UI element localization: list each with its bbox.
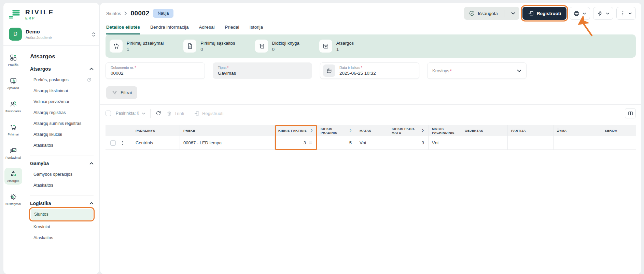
type-field[interactable]: Tipas* Gavimas — [213, 62, 312, 79]
row-checkbox[interactable] — [110, 140, 116, 146]
datetime-field[interactable]: Data ir laikas* 2025-06-25 10:32 — [320, 62, 419, 79]
stat-didzioji-knyga[interactable]: Didžioji knyga 0 — [255, 40, 299, 53]
column-header-partija[interactable]: PARTIJA — [508, 125, 554, 136]
cargo-select[interactable]: Krovinys* — [427, 62, 527, 79]
module-rail: Pradžia Apskaita Personalas — [3, 46, 23, 274]
saved-button[interactable]: Išsaugota — [464, 7, 519, 20]
column-settings-button[interactable] — [625, 108, 636, 118]
more-menu-button[interactable] — [616, 7, 636, 20]
cell-padalinys[interactable]: Centrinis — [132, 136, 180, 150]
sidebar-item-atsargu-tikslinimai[interactable]: Atsargų tikslinimai — [30, 85, 94, 96]
cell-preke[interactable]: 00067 - LED lempa — [180, 136, 275, 150]
cell-zyma[interactable] — [554, 136, 601, 150]
funnel-icon — [112, 90, 117, 96]
print-button[interactable] — [570, 7, 590, 20]
rail-item-pradzia[interactable]: Pradžia — [4, 52, 22, 69]
sidebar-item-ataskaitos-logistika[interactable]: Ataskaitos — [30, 232, 94, 243]
refresh-button[interactable] — [155, 110, 162, 116]
menu-item-label: Vidiniai pervežimai — [33, 99, 69, 104]
column-header-kiekis-faktinis[interactable]: KIEKIS FAKTINISΣ — [275, 125, 317, 136]
row-kebab-icon[interactable] — [120, 140, 125, 146]
sigma-icon[interactable]: Σ — [350, 128, 352, 133]
rail-item-label: Nustatymai — [5, 202, 21, 206]
status-badge: Nauja — [153, 9, 174, 18]
cell-kiekis-pagr-matu[interactable]: 3 — [388, 136, 429, 150]
delete-button[interactable]: Trinti — [166, 111, 184, 116]
sigma-icon[interactable]: Σ — [311, 128, 313, 133]
cell-objektas[interactable] — [461, 136, 508, 150]
cell-kiekis-faktinis[interactable]: 3 — [275, 136, 317, 150]
tab-bendra-informacija[interactable]: Bendra informacija — [150, 25, 189, 34]
sidebar-item-siuntos[interactable]: Siuntos — [31, 209, 93, 220]
sidebar-item-kroviniai[interactable]: Kroviniai — [30, 221, 94, 232]
section-logistika[interactable]: Logistika — [30, 201, 94, 206]
register-icon — [528, 10, 534, 16]
calendar-icon[interactable] — [323, 64, 335, 77]
kebab-icon — [620, 10, 626, 16]
sidebar-item-atsargu-likuciai[interactable]: Atsargų likučiai — [30, 129, 94, 140]
sidebar-item-atsargu-suminis-registras[interactable]: Atsargų suminis registras — [30, 118, 94, 129]
people-icon — [10, 100, 17, 108]
sidebar-item-ataskaitos-atsargos[interactable]: Ataskaitos — [30, 140, 94, 151]
cell-serija[interactable] — [601, 136, 636, 150]
archive-box-icon — [319, 40, 332, 53]
sigma-icon[interactable]: Σ — [422, 128, 425, 133]
section-label: Gamyba — [30, 161, 49, 166]
cell-partija[interactable] — [508, 136, 554, 150]
column-header-kiekis-pagr-matu[interactable]: KIEKIS PAGR. MATUΣ — [388, 125, 429, 136]
rail-item-label: Pardavimai — [5, 156, 21, 159]
ledger-icon — [255, 40, 268, 53]
column-header-serija[interactable]: SERIJA — [601, 125, 636, 136]
cell-kiekis-pradinis[interactable]: 5 — [317, 136, 356, 150]
chevron-down-icon — [583, 12, 586, 15]
menu-item-label: Atsargų registras — [33, 110, 66, 115]
rail-item-apskaita[interactable]: Apskaita — [4, 75, 22, 92]
document-number-field[interactable]: Dokumento nr.* 00002 — [106, 62, 205, 79]
sidebar-item-gamybos-operacijos[interactable]: Gamybos operacijos — [30, 169, 94, 180]
column-header-padalinys[interactable]: PADALINYS — [132, 125, 180, 136]
stat-atsargos[interactable]: Atsargos 1 — [319, 40, 354, 53]
column-header-objektas[interactable]: OBJEKTAS — [461, 125, 508, 136]
cell-matas-pagrindinis[interactable]: Vnt — [429, 136, 461, 150]
swap-chevrons-icon[interactable] — [91, 32, 96, 37]
column-header-zyma[interactable]: ŽYMA — [554, 125, 601, 136]
tab-adresai[interactable]: Adresai — [199, 25, 215, 34]
lightning-icon — [597, 10, 603, 16]
rail-item-atsargos[interactable]: Atsargos — [4, 168, 22, 185]
rail-item-personalas[interactable]: Personalas — [4, 98, 22, 115]
stat-pirkimu-saskaitos[interactable]: Pirkimų sąskaitos 0 — [183, 40, 235, 53]
column-header-preke[interactable]: PREKĖ — [180, 125, 275, 136]
section-atsargos[interactable]: Atsargos — [30, 66, 94, 72]
column-header-kiekis-pradinis[interactable]: KIEKIS PRADINISΣ — [317, 125, 356, 136]
section-gamyba[interactable]: Gamyba — [30, 161, 94, 166]
sidebar-item-prekes-paslaugos[interactable]: Prekės, paslaugos — [30, 74, 94, 85]
sidebar-item-ataskaitos-gamyba[interactable]: Ataskaitos — [30, 180, 94, 191]
select-all-checkbox[interactable] — [106, 111, 111, 116]
saved-button-label: Išsaugota — [478, 11, 498, 16]
sidebar-item-atsargu-registras[interactable]: Atsargų registras — [30, 107, 94, 118]
cell-matas[interactable]: Vnt — [356, 136, 388, 150]
tab-priedai[interactable]: Priedai — [225, 25, 239, 34]
column-header-matas[interactable]: MATAS — [356, 125, 388, 136]
column-header-matas-pagrindinis[interactable]: MATAS PAGRINDINIS — [429, 125, 461, 136]
register-rows-button[interactable]: Registruoti — [194, 111, 223, 116]
company-switcher[interactable]: D Demo Aušra Juodienė — [3, 24, 99, 46]
chevron-down-icon[interactable] — [508, 12, 518, 15]
register-button[interactable]: Registruoti — [522, 7, 566, 20]
actions-bolt-button[interactable] — [593, 7, 613, 20]
rail-item-nustatymai[interactable]: Nustatymai — [4, 191, 22, 208]
tab-detalios-eilutes[interactable]: Detalios eilutės — [106, 25, 140, 34]
stat-pirkimu-uzsakymai[interactable]: Pirkimų užsakymai 1 — [110, 40, 164, 53]
rail-item-pardavimai[interactable]: Pardavimai — [4, 145, 22, 161]
trash-icon — [166, 111, 172, 116]
sidebar-item-vidiniai-pervezimai[interactable]: Vidiniai pervežimai — [30, 96, 94, 107]
breadcrumb-siuntos[interactable]: Siuntos — [106, 11, 121, 16]
filters-button[interactable]: Filtrai — [106, 86, 137, 99]
drag-lines-icon[interactable] — [308, 141, 313, 145]
avatar: D — [9, 28, 22, 41]
selected-count-dropdown[interactable]: Pasirinkta: 0 — [116, 111, 145, 116]
tab-istorija[interactable]: Istorija — [249, 25, 263, 34]
chevron-down-icon[interactable] — [517, 69, 521, 72]
gear-icon — [10, 193, 17, 201]
rail-item-pirkimai[interactable]: Pirkimai — [4, 121, 22, 138]
